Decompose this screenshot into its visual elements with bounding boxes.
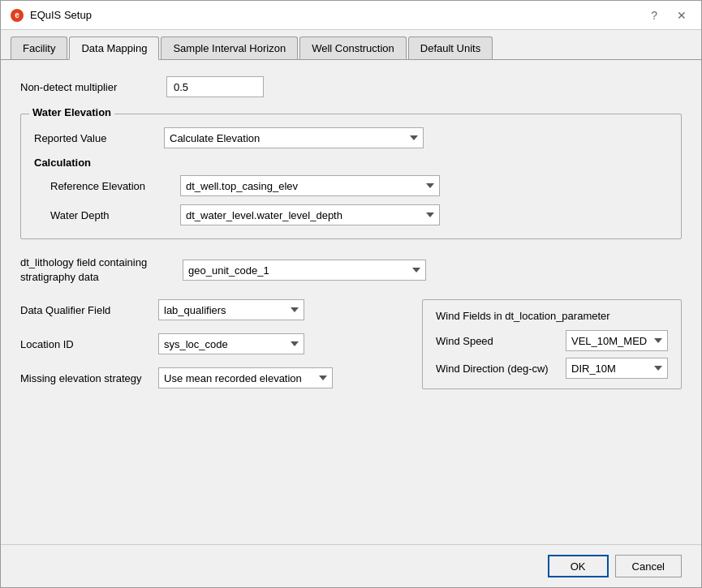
tab-bar: Facility Data Mapping Sample Interval Ho…: [1, 30, 701, 60]
location-id-select[interactable]: sys_loc_code loc_name: [158, 333, 304, 354]
non-detect-row: Non-detect multiplier: [20, 76, 682, 97]
missing-elevation-row: Missing elevation strategy Use mean reco…: [20, 367, 390, 388]
dialog-title: EQuIS Setup: [30, 9, 92, 21]
reported-value-label: Reported Value: [34, 132, 164, 144]
close-button[interactable]: ✕: [672, 7, 691, 24]
data-qualifier-label: Data Qualifier Field: [20, 304, 158, 316]
tab-default-units[interactable]: Default Units: [408, 36, 493, 59]
water-depth-label: Water Depth: [50, 209, 180, 221]
reference-elevation-row: Reference Elevation dt_well.top_casing_e…: [50, 175, 668, 196]
right-column: Wind Fields in dt_location_parameter Win…: [422, 299, 682, 400]
data-qualifier-row: Data Qualifier Field lab_qualifiers vali…: [20, 299, 390, 320]
wind-speed-select[interactable]: VEL_10M_MED VEL_10M_MAX: [566, 330, 668, 351]
lithology-select[interactable]: geo_unit_code_1 geo_unit_code_2: [183, 260, 426, 281]
missing-elevation-select[interactable]: Use mean recorded elevation Use nearest …: [158, 367, 333, 388]
reported-value-select[interactable]: Calculate Elevation Use Recorded Value: [164, 127, 424, 148]
reference-elevation-label: Reference Elevation: [50, 180, 180, 192]
cancel-button[interactable]: Cancel: [615, 555, 682, 577]
wind-fields-box: Wind Fields in dt_location_parameter Win…: [422, 299, 682, 389]
non-detect-label: Non-detect multiplier: [20, 81, 166, 93]
equis-setup-dialog: e EQuIS Setup ? ✕ Facility Data Mapping …: [0, 0, 702, 588]
footer: OK Cancel: [1, 544, 701, 587]
wind-direction-select[interactable]: DIR_10M DIR_10M_MED: [566, 358, 668, 379]
tab-data-mapping[interactable]: Data Mapping: [69, 36, 159, 60]
calculation-label: Calculation: [34, 157, 668, 169]
title-bar: e EQuIS Setup ? ✕: [1, 1, 701, 30]
data-qualifier-select[interactable]: lab_qualifiers validator_qualifiers: [158, 299, 304, 320]
tab-sample-interval[interactable]: Sample Interval Horizon: [161, 36, 298, 59]
wind-title: Wind Fields in dt_location_parameter: [436, 310, 668, 322]
title-bar-controls: ? ✕: [646, 7, 691, 24]
left-column: Data Qualifier Field lab_qualifiers vali…: [20, 299, 390, 400]
wind-speed-row: Wind Speed VEL_10M_MED VEL_10M_MAX: [436, 330, 668, 351]
ok-button[interactable]: OK: [548, 555, 609, 577]
missing-elevation-label: Missing elevation strategy: [20, 372, 158, 384]
lithology-row: dt_lithology field containing stratigrap…: [20, 255, 682, 285]
location-id-row: Location ID sys_loc_code loc_name: [20, 333, 390, 354]
non-detect-input[interactable]: [166, 76, 264, 97]
water-depth-row: Water Depth dt_water_level.water_level_d…: [50, 204, 668, 225]
tab-well-construction[interactable]: Well Construction: [299, 36, 407, 59]
water-depth-select[interactable]: dt_water_level.water_level_depth dt_wate…: [180, 204, 440, 225]
wind-speed-label: Wind Speed: [436, 335, 566, 347]
lithology-label-line1: dt_lithology field containing: [20, 256, 147, 268]
lithology-label: dt_lithology field containing stratigrap…: [20, 255, 183, 285]
wind-direction-row: Wind Direction (deg-cw) DIR_10M DIR_10M_…: [436, 358, 668, 379]
two-column-section: Data Qualifier Field lab_qualifiers vali…: [20, 299, 682, 400]
reference-elevation-select[interactable]: dt_well.top_casing_elev dt_well.ground_e…: [180, 175, 440, 196]
lithology-label-line2: stratigraphy data: [20, 271, 99, 283]
help-button[interactable]: ?: [646, 7, 662, 24]
title-bar-left: e EQuIS Setup: [11, 9, 92, 22]
wind-direction-label: Wind Direction (deg-cw): [436, 363, 566, 375]
water-elevation-title: Water Elevation: [29, 106, 114, 118]
location-id-label: Location ID: [20, 338, 158, 350]
water-elevation-group: Water Elevation Reported Value Calculate…: [20, 114, 682, 239]
reported-value-row: Reported Value Calculate Elevation Use R…: [34, 127, 668, 148]
tab-facility[interactable]: Facility: [11, 36, 67, 59]
content-area: Non-detect multiplier Water Elevation Re…: [1, 60, 701, 544]
app-icon: e: [11, 9, 24, 22]
